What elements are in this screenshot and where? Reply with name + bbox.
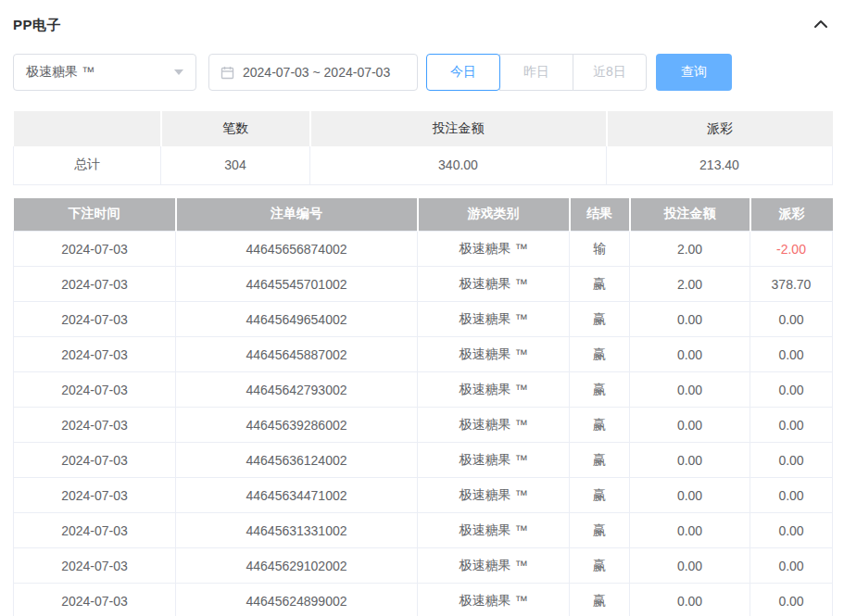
page-title: PP电子 [13, 17, 831, 34]
last-8-days-button[interactable]: 近8日 [573, 54, 647, 91]
calendar-icon [220, 66, 234, 80]
header-game-type: 游戏类别 [418, 198, 570, 232]
cell-bet-amount: 0.00 [630, 302, 750, 337]
detail-header-row: 下注时间 注单编号 游戏类别 结果 投注金额 派彩 [14, 198, 833, 232]
table-row: 2024-07-03 44645649654002 极速糖果 ™ 赢 0.00 … [14, 302, 833, 337]
cell-payout: 0.00 [750, 408, 833, 443]
table-row: 2024-07-03 44645639286002 极速糖果 ™ 赢 0.00 … [14, 408, 833, 443]
cell-bet-id: 44645656874002 [176, 232, 418, 267]
cell-bet-amount: 2.00 [630, 232, 750, 267]
query-button[interactable]: 查询 [656, 54, 732, 91]
table-row: 2024-07-03 44645656874002 极速糖果 ™ 输 2.00 … [14, 232, 833, 267]
today-button[interactable]: 今日 [426, 54, 500, 91]
game-select-value: 极速糖果 ™ [26, 64, 94, 81]
cell-bet-id: 44645645887002 [176, 337, 418, 372]
cell-result: 赢 [570, 267, 630, 302]
cell-game-type: 极速糖果 ™ [418, 584, 570, 616]
cell-result: 赢 [570, 337, 630, 372]
cell-bet-id: 44645649654002 [176, 302, 418, 337]
cell-game-type: 极速糖果 ™ [418, 548, 570, 584]
cell-bet-amount: 0.00 [630, 408, 750, 443]
cell-bet-time: 2024-07-03 [14, 513, 176, 548]
header-payout: 派彩 [750, 198, 833, 232]
cell-result: 输 [570, 232, 630, 267]
cell-result: 赢 [570, 408, 630, 443]
cell-bet-id: 44645629102002 [176, 548, 418, 584]
cell-game-type: 极速糖果 ™ [418, 408, 570, 443]
table-row: 2024-07-03 44645545701002 极速糖果 ™ 赢 2.00 … [14, 267, 833, 302]
cell-payout: 0.00 [750, 478, 833, 513]
cell-bet-id: 44645631331002 [176, 513, 418, 548]
summary-table: 笔数 投注金额 派彩 总计 304 340.00 213.40 [13, 111, 833, 185]
cell-bet-amount: 0.00 [630, 478, 750, 513]
cell-bet-id: 44645624899002 [176, 584, 418, 616]
chevron-up-icon [813, 19, 828, 30]
cell-game-type: 极速糖果 ™ [418, 302, 570, 337]
cell-bet-amount: 0.00 [630, 443, 750, 478]
panel-header: PP电子 [13, 0, 831, 37]
cell-bet-time: 2024-07-03 [14, 408, 176, 443]
detail-table-body: 2024-07-03 44645656874002 极速糖果 ™ 输 2.00 … [14, 232, 833, 616]
summary-total-row: 总计 304 340.00 213.40 [14, 146, 833, 184]
cell-bet-amount: 0.00 [630, 372, 750, 408]
cell-payout: 0.00 [750, 548, 833, 584]
cell-game-type: 极速糖果 ™ [418, 267, 570, 302]
chevron-down-icon [174, 69, 183, 75]
cell-bet-time: 2024-07-03 [14, 584, 176, 616]
cell-payout: 0.00 [750, 584, 833, 616]
table-row: 2024-07-03 44645636124002 极速糖果 ™ 赢 0.00 … [14, 443, 833, 478]
cell-bet-id: 44645634471002 [176, 478, 418, 513]
cell-game-type: 极速糖果 ™ [418, 337, 570, 372]
table-row: 2024-07-03 44645642793002 极速糖果 ™ 赢 0.00 … [14, 372, 833, 408]
cell-result: 赢 [570, 372, 630, 408]
quick-range-button-group: 今日 昨日 近8日 [426, 54, 647, 91]
pp-games-panel: PP电子 极速糖果 ™ 2024-07-03 ~ 2024-07-03 今日 昨… [0, 0, 844, 616]
filter-bar: 极速糖果 ™ 2024-07-03 ~ 2024-07-03 今日 昨日 近8日… [13, 54, 831, 91]
cell-bet-id: 44645545701002 [176, 267, 418, 302]
yesterday-button[interactable]: 昨日 [499, 54, 573, 91]
table-row: 2024-07-03 44645631331002 极速糖果 ™ 赢 0.00 … [14, 513, 833, 548]
cell-game-type: 极速糖果 ™ [418, 513, 570, 548]
cell-bet-time: 2024-07-03 [14, 478, 176, 513]
cell-bet-id: 44645642793002 [176, 372, 418, 408]
cell-result: 赢 [570, 302, 630, 337]
summary-total-count: 304 [161, 146, 310, 184]
cell-game-type: 极速糖果 ™ [418, 443, 570, 478]
cell-result: 赢 [570, 548, 630, 584]
cell-game-type: 极速糖果 ™ [418, 372, 570, 408]
table-row: 2024-07-03 44645634471002 极速糖果 ™ 赢 0.00 … [14, 478, 833, 513]
cell-result: 赢 [570, 478, 630, 513]
cell-game-type: 极速糖果 ™ [418, 232, 570, 267]
date-range-input[interactable]: 2024-07-03 ~ 2024-07-03 [208, 54, 418, 91]
cell-payout: 0.00 [750, 513, 833, 548]
cell-result: 赢 [570, 443, 630, 478]
summary-total-label: 总计 [14, 146, 161, 184]
summary-total-payout: 213.40 [607, 146, 833, 184]
collapse-button[interactable] [813, 16, 829, 32]
detail-table: 下注时间 注单编号 游戏类别 结果 投注金额 派彩 2024-07-03 446… [13, 198, 833, 616]
summary-header-count: 笔数 [161, 111, 310, 146]
cell-bet-time: 2024-07-03 [14, 372, 176, 408]
header-result: 结果 [570, 198, 630, 232]
cell-bet-time: 2024-07-03 [14, 443, 176, 478]
cell-bet-time: 2024-07-03 [14, 267, 176, 302]
cell-payout: 0.00 [750, 302, 833, 337]
game-select[interactable]: 极速糖果 ™ [13, 54, 196, 91]
cell-bet-amount: 0.00 [630, 548, 750, 584]
cell-bet-amount: 0.00 [630, 584, 750, 616]
date-range-value: 2024-07-03 ~ 2024-07-03 [243, 65, 390, 80]
summary-header-row: 笔数 投注金额 派彩 [14, 111, 833, 146]
cell-bet-time: 2024-07-03 [14, 548, 176, 584]
cell-bet-time: 2024-07-03 [14, 337, 176, 372]
summary-header-payout: 派彩 [607, 111, 833, 146]
cell-game-type: 极速糖果 ™ [418, 478, 570, 513]
table-row: 2024-07-03 44645645887002 极速糖果 ™ 赢 0.00 … [14, 337, 833, 372]
cell-payout: 0.00 [750, 372, 833, 408]
summary-header-blank [14, 111, 161, 146]
summary-header-bet-amount: 投注金额 [310, 111, 607, 146]
cell-bet-time: 2024-07-03 [14, 232, 176, 267]
cell-bet-amount: 0.00 [630, 513, 750, 548]
cell-bet-id: 44645639286002 [176, 408, 418, 443]
cell-bet-time: 2024-07-03 [14, 302, 176, 337]
cell-bet-amount: 2.00 [630, 267, 750, 302]
